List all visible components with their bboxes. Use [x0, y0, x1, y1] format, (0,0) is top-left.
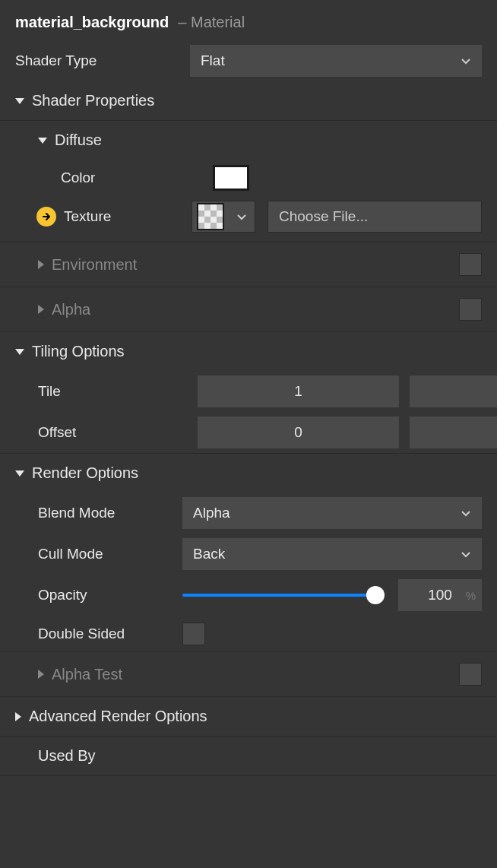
section-tiling-options[interactable]: Tiling Options	[0, 332, 497, 371]
texture-picker[interactable]	[192, 201, 255, 233]
texture-thumbnail	[197, 203, 224, 230]
shader-type-select[interactable]: Flat	[190, 45, 482, 77]
chevron-down-icon	[461, 549, 471, 559]
disclosure-down-icon	[15, 98, 24, 104]
disclosure-down-icon	[15, 470, 24, 477]
material-type: – Material	[178, 14, 245, 31]
tile-label: Tile	[38, 383, 198, 400]
chevron-down-icon	[461, 55, 471, 66]
blend-mode-select[interactable]: Alpha	[182, 497, 482, 529]
cull-mode-label: Cull Mode	[38, 546, 182, 562]
section-diffuse[interactable]: Diffuse	[0, 121, 497, 160]
section-render-options[interactable]: Render Options	[0, 454, 497, 493]
blend-mode-label: Blend Mode	[38, 505, 182, 521]
section-alpha-test[interactable]: Alpha Test	[0, 652, 497, 697]
offset-label: Offset	[38, 424, 198, 441]
double-sided-checkbox[interactable]	[182, 622, 205, 645]
opacity-slider[interactable]	[182, 586, 383, 604]
disclosure-right-icon	[38, 670, 44, 679]
section-environment[interactable]: Environment	[0, 242, 497, 287]
disclosure-right-icon	[38, 260, 44, 269]
section-shader-properties[interactable]: Shader Properties	[0, 81, 497, 121]
opacity-value-input[interactable]: 100 %	[398, 579, 482, 611]
opacity-label: Opacity	[38, 587, 182, 603]
chevron-down-icon	[229, 211, 255, 222]
diffuse-texture-label: Texture	[64, 208, 192, 225]
section-alpha[interactable]: Alpha	[0, 287, 497, 332]
double-sided-label: Double Sided	[38, 626, 182, 642]
section-used-by[interactable]: Used By	[0, 737, 497, 776]
alpha-checkbox[interactable]	[459, 298, 482, 321]
shader-type-label: Shader Type	[15, 52, 190, 69]
section-advanced-render-options[interactable]: Advanced Render Options	[0, 697, 497, 737]
offset-y-input[interactable]	[410, 417, 497, 448]
alpha-test-checkbox[interactable]	[459, 663, 482, 686]
environment-checkbox[interactable]	[459, 253, 482, 276]
disclosure-down-icon	[38, 138, 47, 144]
tile-x-input[interactable]	[198, 375, 399, 407]
slider-thumb-icon	[366, 586, 385, 604]
tile-y-input[interactable]	[410, 375, 497, 407]
material-name: material_background	[15, 14, 169, 31]
disclosure-down-icon	[15, 349, 24, 355]
disclosure-right-icon	[15, 712, 21, 721]
disclosure-right-icon	[38, 305, 44, 314]
choose-file-button[interactable]: Choose File...	[267, 201, 482, 233]
offset-x-input[interactable]	[198, 417, 399, 448]
cull-mode-select[interactable]: Back	[182, 538, 482, 570]
diffuse-color-label: Color	[61, 169, 213, 186]
chevron-down-icon	[461, 508, 471, 518]
diffuse-color-swatch[interactable]	[213, 165, 249, 191]
goto-texture-icon[interactable]	[36, 207, 56, 227]
